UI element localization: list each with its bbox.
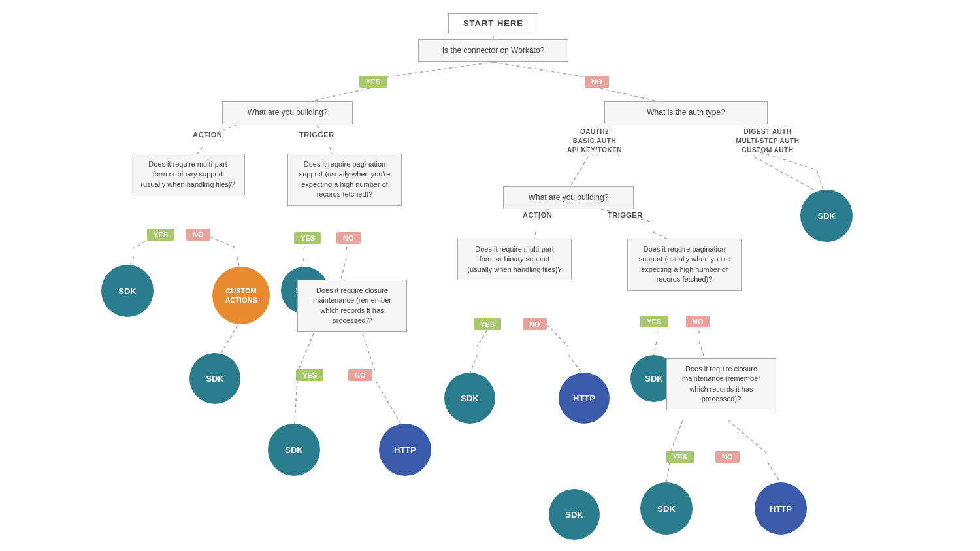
sdk-circle-closure-yes-left: SDK — [268, 424, 320, 476]
svg-line-22 — [568, 157, 588, 190]
action-text-left: ACTION — [193, 131, 222, 139]
yes-label-closure-left: YES — [296, 369, 323, 381]
sdk-circle-bottom-right: SDK — [549, 489, 600, 540]
sdk-label-closure-yes-left: SDK — [268, 424, 320, 476]
closure-right-box: Does it require closure maintenance (rem… — [666, 358, 776, 410]
action-label-right: ACTION — [523, 211, 552, 219]
trigger-label-right: TRIGGER — [608, 211, 643, 219]
yes-badge-closure-left: YES — [296, 369, 323, 381]
sdk-label-custom-actions: SDK — [189, 353, 240, 404]
closure-left-label: Does it require closure maintenance (rem… — [313, 286, 391, 324]
pagination-left-label: Does it require pagination support (usua… — [299, 160, 391, 198]
http-circle-closure-no-left: HTTP — [379, 424, 431, 476]
yes-badge-multipart-left: YES — [147, 229, 174, 241]
no-badge-pagination-right: NO — [686, 316, 710, 327]
svg-line-36 — [670, 420, 683, 454]
no-label-closure-left: NO — [348, 369, 372, 381]
closure-left-node: Does it require closure maintenance (rem… — [297, 280, 407, 332]
custom-actions-node: CUSTOM ACTIONS — [212, 267, 270, 324]
multipart-right-box: Does it require multi-part form or binar… — [457, 239, 572, 280]
connector-question-label: Is the connector on Workato? — [442, 46, 545, 55]
svg-line-1 — [376, 62, 493, 78]
what-building-right-label: What are you building? — [529, 193, 609, 202]
svg-line-2 — [493, 62, 595, 78]
no-badge-pagination-left: NO — [336, 232, 361, 244]
http-label-closure-no-right: HTTP — [755, 482, 807, 535]
yes-label-left: YES — [359, 76, 387, 88]
yes-badge-pagination-right: YES — [640, 316, 668, 327]
digest-text: DIGEST AUTHMULTI-STEP AUTHCUSTOM AUTH — [736, 127, 800, 155]
svg-line-19 — [363, 333, 376, 373]
sdk-label-multipart-yes-right: SDK — [444, 373, 495, 424]
digest-label: DIGEST AUTHMULTI-STEP AUTHCUSTOM AUTH — [719, 127, 817, 155]
flowchart-diagram: START HERE Is the connector on Workato? … — [0, 0, 980, 551]
start-here-node: START HERE — [425, 13, 562, 33]
yes-label-multipart-left: YES — [147, 229, 174, 241]
sdk-label-digest: SDK — [800, 190, 853, 242]
no-badge-closure-left: NO — [348, 369, 372, 381]
pagination-right-box: Does it require pagination support (usua… — [627, 239, 742, 291]
trigger-text-right: TRIGGER — [608, 211, 643, 219]
svg-line-34 — [653, 342, 657, 356]
yes-label-multipart-right: YES — [474, 318, 501, 330]
yes-badge-pagination-left: YES — [294, 232, 321, 244]
svg-line-31 — [568, 355, 581, 373]
what-building-left-label: What are you building? — [248, 108, 328, 117]
what-building-left-node: What are you building? — [222, 101, 353, 124]
multipart-left-label: Does it require multi-part form or binar… — [140, 160, 235, 188]
multipart-left-node: Does it require multi-part form or binar… — [131, 154, 245, 195]
no-badge-right: NO — [585, 76, 609, 88]
trigger-label-left: TRIGGER — [299, 131, 335, 139]
sdk-circle-digest: SDK — [800, 190, 853, 242]
what-building-right-node: What are you building? — [503, 186, 634, 209]
no-label-multipart-left: NO — [186, 229, 210, 241]
start-here-label: START HERE — [463, 18, 523, 28]
yes-label-pagination-left: YES — [294, 232, 321, 244]
closure-left-box: Does it require closure maintenance (rem… — [297, 280, 407, 332]
sdk-label-bottom-right: SDK — [549, 489, 600, 540]
pagination-right-label: Does it require pagination support (usua… — [639, 245, 730, 283]
oauth2-label: OAUTH2BASIC AUTHAPI KEY/TOKEN — [552, 127, 637, 155]
action-label-left: ACTION — [193, 131, 222, 139]
yes-label-pagination-right: YES — [640, 316, 668, 327]
svg-line-18 — [297, 333, 314, 373]
pagination-left-node: Does it require pagination support (usua… — [287, 154, 402, 206]
yes-label-closure-right: YES — [666, 451, 694, 463]
start-here-box: START HERE — [448, 13, 538, 33]
sdk-circle-multipart-yes-right: SDK — [444, 373, 495, 424]
svg-line-37 — [728, 420, 768, 454]
no-label-right: NO — [585, 76, 609, 88]
connector-question-box: Is the connector on Workato? — [418, 39, 568, 62]
svg-line-39 — [768, 462, 781, 484]
http-label-closure-no-left: HTTP — [379, 424, 431, 476]
yes-badge-multipart-right: YES — [474, 318, 501, 330]
no-badge-closure-right: NO — [715, 451, 740, 463]
no-badge-multipart-right: NO — [523, 318, 547, 330]
multipart-left-box: Does it require multi-part form or binar… — [131, 154, 245, 195]
what-building-left-box: What are you building? — [222, 101, 353, 124]
no-label-pagination-right: NO — [686, 316, 710, 327]
pagination-right-node: Does it require pagination support (usua… — [627, 239, 742, 291]
connector-question-node: Is the connector on Workato? — [418, 39, 568, 62]
sdk-circle-closure-yes-right: SDK — [640, 482, 693, 535]
svg-line-30 — [470, 355, 477, 373]
closure-right-node: Does it require closure maintenance (rem… — [666, 358, 776, 410]
auth-type-box: What is the auth type? — [604, 101, 768, 124]
http-label-multipart-no-right: HTTP — [559, 373, 610, 424]
custom-actions-label: CUSTOM ACTIONS — [212, 267, 270, 324]
http-circle-closure-no-right: HTTP — [755, 482, 807, 535]
no-label-pagination-left: NO — [336, 232, 361, 244]
action-text-right: ACTION — [523, 211, 552, 219]
what-building-right-box: What are you building? — [503, 186, 634, 209]
auth-type-label: What is the auth type? — [647, 108, 725, 117]
sdk-label-closure-yes-right: SDK — [640, 482, 693, 535]
yes-badge-left: YES — [359, 76, 387, 88]
no-label-closure-right: NO — [715, 451, 740, 463]
multipart-right-node: Does it require multi-part form or binar… — [457, 239, 572, 280]
svg-line-23 — [755, 157, 813, 190]
yes-badge-closure-right: YES — [666, 451, 694, 463]
no-label-multipart-right: NO — [523, 318, 547, 330]
svg-line-38 — [666, 462, 670, 484]
pagination-left-box: Does it require pagination support (usua… — [287, 154, 402, 206]
no-badge-multipart-left: NO — [186, 229, 210, 241]
